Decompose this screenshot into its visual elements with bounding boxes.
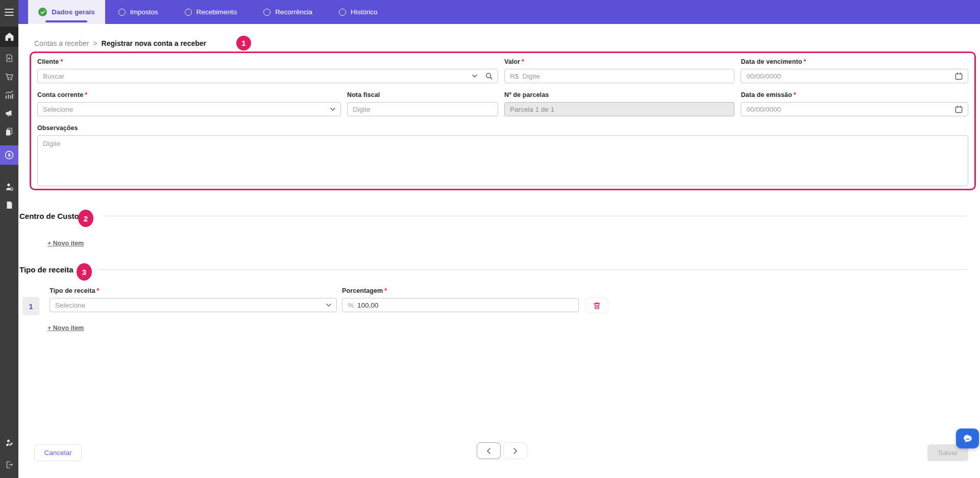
field-cliente: Cliente* [37, 58, 498, 83]
chevron-down-icon [326, 302, 332, 308]
svg-text:$: $ [8, 153, 10, 158]
tab-recorrencia[interactable]: Recorrência [250, 0, 326, 24]
sidebar-item-customers[interactable] [0, 178, 18, 196]
tab-label: Recorrência [275, 8, 312, 16]
centro-custo-new-item-link[interactable]: + Novo item [47, 240, 84, 247]
field-conta-corrente: Conta corrente* Selecione [37, 91, 341, 116]
shopping-cart-icon [5, 72, 14, 81]
sidebar-item-contracts[interactable] [0, 196, 18, 214]
tab-label: Histórico [351, 8, 378, 16]
field-tipo-receita: Tipo de receita* Selecione [50, 287, 337, 312]
section-divider [105, 216, 967, 216]
tab-label: Dados gerais [52, 8, 95, 16]
file-plus-icon [5, 54, 14, 63]
tipo-receita-select[interactable]: Selecione [50, 298, 337, 312]
field-parcelas: Nº de parcelas Parcela 1 de 1 [504, 91, 734, 116]
radio-circle-icon [118, 9, 126, 16]
delete-row-button[interactable] [585, 297, 608, 313]
hamburger-icon [5, 9, 14, 16]
radio-circle-icon [185, 9, 192, 16]
sidebar-item-finance-report[interactable] [0, 86, 18, 104]
tipo-receita-title: Tipo de receita [19, 265, 74, 274]
wizard-tab-bar: Dados gerais Impostos Recebimento Recorr… [18, 0, 980, 24]
conta-corrente-select[interactable]: Selecione [37, 102, 341, 116]
sidebar-item-billing[interactable]: $ [0, 145, 18, 165]
observacoes-label: Observações [37, 124, 968, 132]
field-nota-fiscal: Nota fiscal [347, 91, 498, 116]
data-vencimento-wrap[interactable] [741, 69, 968, 83]
cliente-label: Cliente* [37, 58, 498, 65]
active-tab-indicator [45, 20, 87, 22]
breadcrumb-parent[interactable]: Contas a receber [34, 39, 89, 47]
tab-dados-gerais[interactable]: Dados gerais [28, 0, 105, 24]
cancel-button[interactable]: Cancelar [34, 444, 82, 461]
radio-circle-icon [339, 9, 346, 16]
chevron-right-icon [513, 448, 518, 454]
centro-custo-section-header: Centro de Custo [19, 212, 967, 220]
chevron-down-icon [330, 106, 336, 112]
check-circle-icon [38, 8, 47, 16]
valor-label: Valor* [504, 58, 734, 65]
porcentagem-wrap[interactable]: % [342, 298, 579, 312]
annotation-badge-2: 2 [78, 210, 93, 227]
sidebar-item-invoices[interactable] [0, 49, 18, 67]
documents-icon [5, 127, 14, 136]
field-observacoes: Observações [37, 124, 968, 188]
tipo-receita-row-index: 1 [22, 297, 39, 315]
sidebar-item-account[interactable] [0, 434, 18, 452]
menu-toggle-button[interactable] [0, 3, 18, 21]
annotation-badge-1: 1 [236, 36, 251, 51]
user-edit-icon [5, 438, 14, 447]
home-icon [5, 32, 14, 41]
general-data-form: Cliente* Valor* R$ Data de vencimento* [37, 58, 968, 188]
data-emissao-input[interactable] [746, 106, 963, 113]
tab-impostos[interactable]: Impostos [105, 0, 172, 24]
radio-circle-icon [263, 9, 271, 16]
porcentagem-input[interactable] [357, 301, 573, 309]
field-data-vencimento: Data de vencimento* [741, 58, 968, 83]
calendar-icon[interactable] [954, 72, 963, 81]
sales-chart-icon [5, 90, 14, 99]
search-icon[interactable] [485, 72, 493, 80]
cliente-search-input[interactable] [43, 72, 493, 80]
chat-launcher-button[interactable] [956, 429, 979, 448]
porcentagem-label: Porcentagem* [342, 287, 579, 294]
nota-fiscal-wrap[interactable] [347, 102, 498, 116]
data-emissao-label: Data de emissão* [741, 91, 968, 98]
sidebar-item-sales[interactable] [0, 67, 18, 86]
sidebar-item-logout[interactable] [0, 456, 18, 474]
annotation-highlight-box: Cliente* Valor* R$ Data de vencimento* [30, 52, 976, 190]
tipo-receita-new-item-link[interactable]: + Novo item [47, 324, 84, 332]
centro-custo-title: Centro de Custo [19, 212, 79, 220]
observacoes-textarea[interactable] [37, 135, 968, 186]
breadcrumb: Contas a receber > Registrar nova conta … [34, 39, 206, 47]
valor-input[interactable] [522, 72, 729, 80]
tipo-receita-label: Tipo de receita* [50, 287, 337, 294]
field-data-emissao: Data de emissão* [741, 91, 968, 116]
data-emissao-wrap[interactable] [741, 102, 968, 116]
tab-historico[interactable]: Histórico [326, 0, 391, 24]
annotation-badge-3: 3 [77, 263, 92, 281]
field-valor: Valor* R$ [504, 58, 734, 83]
calendar-icon[interactable] [954, 105, 963, 114]
file-icon [5, 200, 14, 210]
previous-step-button[interactable] [477, 442, 501, 459]
valor-input-wrap[interactable]: R$ [504, 69, 734, 83]
nota-fiscal-input[interactable] [353, 106, 493, 113]
conta-corrente-label: Conta corrente* [37, 91, 341, 98]
user-dollar-icon [5, 182, 14, 192]
section-divider [99, 269, 967, 270]
chevron-down-icon[interactable] [472, 73, 478, 79]
percent-prefix: % [348, 301, 354, 309]
next-step-button[interactable] [503, 442, 527, 459]
cliente-combobox[interactable] [37, 69, 498, 83]
breadcrumb-separator: > [93, 39, 97, 47]
conta-corrente-value: Selecione [43, 106, 73, 113]
sidebar-item-documents[interactable] [0, 122, 18, 141]
sidebar-item-marketing[interactable] [0, 104, 18, 122]
tab-recebimento[interactable]: Recebimento [172, 0, 251, 24]
sidebar-item-home[interactable] [0, 27, 18, 47]
megaphone-icon [5, 109, 14, 118]
data-vencimento-input[interactable] [746, 72, 963, 80]
trash-icon [593, 301, 601, 310]
